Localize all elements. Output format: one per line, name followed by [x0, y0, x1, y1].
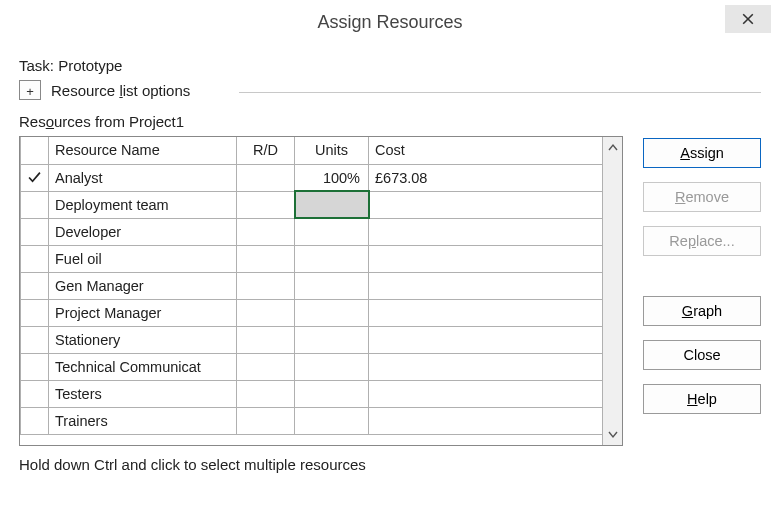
row-check[interactable] [21, 299, 49, 326]
cell-resource-name[interactable]: Trainers [49, 407, 237, 434]
col-rd[interactable]: R/D [237, 137, 295, 164]
cell-cost[interactable] [369, 299, 622, 326]
cell-resource-name[interactable]: Project Manager [49, 299, 237, 326]
assign-button[interactable]: Assign [643, 138, 761, 168]
table-row[interactable]: Stationery [21, 326, 622, 353]
col-check[interactable] [21, 137, 49, 164]
row-check[interactable] [21, 353, 49, 380]
table-header-row: Resource Name R/D Units Cost [21, 137, 622, 164]
task-label: Task: [19, 57, 54, 74]
cell-units[interactable] [295, 218, 369, 245]
divider [239, 92, 761, 93]
table-row[interactable]: Testers [21, 380, 622, 407]
cell-units[interactable] [295, 380, 369, 407]
main-row: Resource Name R/D Units Cost Analyst100%… [19, 136, 761, 446]
cell-units[interactable]: 100% [295, 164, 369, 191]
scroll-up-icon[interactable] [603, 137, 622, 159]
row-check[interactable] [21, 218, 49, 245]
table-row[interactable]: Trainers [21, 407, 622, 434]
cell-rd[interactable] [237, 326, 295, 353]
row-check[interactable] [21, 191, 49, 218]
cell-resource-name[interactable]: Technical Communicat [49, 353, 237, 380]
cell-rd[interactable] [237, 245, 295, 272]
row-check[interactable] [21, 380, 49, 407]
cell-resource-name[interactable]: Stationery [49, 326, 237, 353]
table-row[interactable]: Gen Manager [21, 272, 622, 299]
cell-cost[interactable]: £673.08 [369, 164, 622, 191]
checkmark-icon [27, 171, 42, 184]
cell-units[interactable] [295, 272, 369, 299]
cell-units[interactable] [295, 353, 369, 380]
cell-units[interactable] [295, 191, 369, 218]
cell-cost[interactable] [369, 245, 622, 272]
cell-resource-name[interactable]: Analyst [49, 164, 237, 191]
expand-options-button[interactable]: + [19, 80, 41, 100]
cell-units[interactable] [295, 407, 369, 434]
cell-resource-name[interactable]: Developer [49, 218, 237, 245]
cell-cost[interactable] [369, 191, 622, 218]
cell-cost[interactable] [369, 380, 622, 407]
row-check[interactable] [21, 326, 49, 353]
cell-cost[interactable] [369, 407, 622, 434]
cell-rd[interactable] [237, 272, 295, 299]
resources-table: Resource Name R/D Units Cost Analyst100%… [20, 137, 622, 435]
cell-resource-name[interactable]: Gen Manager [49, 272, 237, 299]
hint-text: Hold down Ctrl and click to select multi… [19, 456, 761, 473]
table-row[interactable]: Deployment team [21, 191, 622, 218]
cell-units[interactable] [295, 299, 369, 326]
row-check[interactable] [21, 245, 49, 272]
row-check[interactable] [21, 272, 49, 299]
cell-cost[interactable] [369, 218, 622, 245]
col-units[interactable]: Units [295, 137, 369, 164]
cell-rd[interactable] [237, 218, 295, 245]
replace-button: Replace... [643, 226, 761, 256]
help-button[interactable]: Help [643, 384, 761, 414]
close-button[interactable]: Close [643, 340, 761, 370]
close-icon[interactable] [725, 5, 771, 33]
button-column: Assign Remove Replace... Graph Close Hel… [643, 136, 761, 446]
row-check[interactable] [21, 164, 49, 191]
task-line: Task: Prototype [19, 57, 761, 74]
resources-grid[interactable]: Resource Name R/D Units Cost Analyst100%… [19, 136, 623, 446]
resource-list-options-row: + Resource list options [19, 80, 761, 100]
table-row[interactable]: Technical Communicat [21, 353, 622, 380]
resource-list-options-label: Resource list options [51, 82, 190, 99]
cell-resource-name[interactable]: Deployment team [49, 191, 237, 218]
table-row[interactable]: Developer [21, 218, 622, 245]
assign-resources-dialog: Assign Resources Task: Prototype + Resou… [0, 0, 780, 530]
col-resource-name[interactable]: Resource Name [49, 137, 237, 164]
title-bar: Assign Resources [1, 1, 779, 43]
remove-button: Remove [643, 182, 761, 212]
dialog-body: Task: Prototype + Resource list options … [19, 57, 761, 515]
cell-rd[interactable] [237, 299, 295, 326]
cell-cost[interactable] [369, 326, 622, 353]
cell-rd[interactable] [237, 191, 295, 218]
vertical-scrollbar[interactable] [602, 137, 622, 445]
cell-units[interactable] [295, 245, 369, 272]
graph-button[interactable]: Graph [643, 296, 761, 326]
table-row[interactable]: Project Manager [21, 299, 622, 326]
table-row[interactable]: Analyst100%£673.08 [21, 164, 622, 191]
dialog-title: Assign Resources [317, 12, 462, 33]
cell-cost[interactable] [369, 353, 622, 380]
cell-rd[interactable] [237, 407, 295, 434]
row-check[interactable] [21, 407, 49, 434]
resources-from-label: Resources from Project1 [19, 113, 761, 130]
cell-rd[interactable] [237, 353, 295, 380]
cell-rd[interactable] [237, 380, 295, 407]
col-cost[interactable]: Cost [369, 137, 622, 164]
table-row[interactable]: Fuel oil [21, 245, 622, 272]
cell-units[interactable] [295, 326, 369, 353]
scroll-down-icon[interactable] [603, 423, 622, 445]
task-name: Prototype [58, 57, 122, 74]
cell-rd[interactable] [237, 164, 295, 191]
cell-resource-name[interactable]: Fuel oil [49, 245, 237, 272]
cell-resource-name[interactable]: Testers [49, 380, 237, 407]
cell-cost[interactable] [369, 272, 622, 299]
